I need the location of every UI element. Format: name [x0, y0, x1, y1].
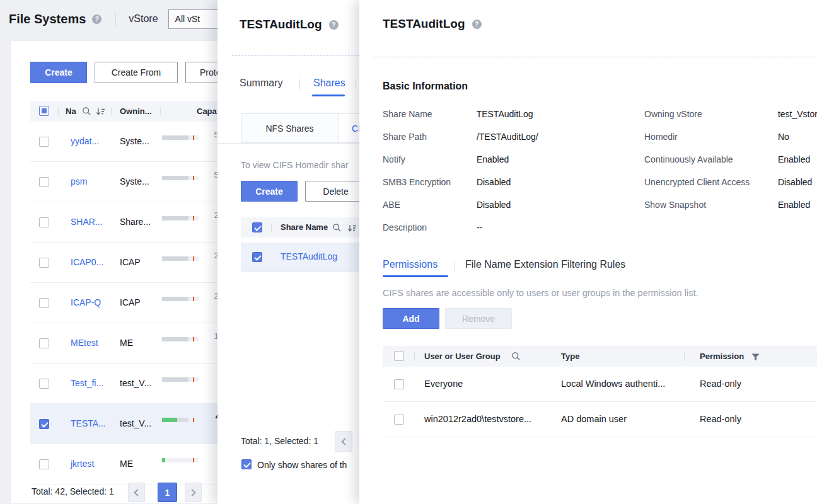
- basic-info-fields-left: Share Name TESTAuditLog Share Path /TEST…: [383, 109, 635, 245]
- filesystem-name-link[interactable]: psm: [71, 176, 87, 186]
- help-icon[interactable]: [329, 20, 339, 30]
- tab-divider: [455, 261, 455, 272]
- permissions-select-all-checkbox[interactable]: [394, 351, 404, 361]
- search-icon[interactable]: [82, 106, 91, 118]
- next-page-button[interactable]: [185, 483, 202, 502]
- sort-icon[interactable]: [347, 224, 357, 235]
- row-checkbox[interactable]: [39, 419, 49, 429]
- vstore-dropdown[interactable]: All vSt: [168, 9, 224, 29]
- search-icon[interactable]: [332, 223, 341, 234]
- permissions-table-header: User or User Group Type Permission: [383, 346, 817, 367]
- field-label: Continuously Available: [644, 154, 775, 164]
- permissions-note: CIFS shares are accessible only to users…: [383, 288, 698, 298]
- field-value: --: [477, 222, 482, 232]
- share-name-link[interactable]: TESTAuditLog: [281, 251, 337, 261]
- tab-permissions[interactable]: Permissions: [383, 259, 437, 270]
- sort-icon[interactable]: [96, 107, 105, 118]
- title-divider: [373, 57, 817, 57]
- permission-row[interactable]: win2012r2ad0\testvstore... AD domain use…: [383, 402, 817, 437]
- prev-page-button[interactable]: [128, 483, 145, 502]
- row-checkbox[interactable]: [39, 258, 49, 268]
- homedir-note: To view CIFS Homedir shar: [241, 160, 348, 170]
- row-checkbox[interactable]: [39, 459, 49, 469]
- vstore-dropdown-value: All vSt: [175, 14, 200, 24]
- row-checkbox[interactable]: [39, 217, 49, 227]
- field-label: ABE: [383, 200, 474, 210]
- type-cell: Local Windows authenti...: [561, 379, 665, 389]
- row-checkbox[interactable]: [39, 379, 49, 389]
- help-icon[interactable]: [92, 14, 101, 24]
- row-checkbox[interactable]: [394, 379, 404, 389]
- info-field: Share Path /TESTAuditLog/: [383, 132, 635, 143]
- filter-icon[interactable]: [751, 352, 760, 364]
- tab-shares[interactable]: Shares: [313, 77, 345, 89]
- create-filesystem-button[interactable]: Create: [30, 62, 87, 83]
- permissions-table-body: Everyone Local Windows authenti... Read-…: [383, 367, 817, 437]
- filesystem-detail-panel: TESTAuditLog Summary Shares NFS Shares C…: [217, 0, 359, 504]
- info-field: Unencrypted Client Access Disabled: [644, 177, 817, 188]
- filesystem-name-link[interactable]: ICAP0...: [71, 257, 103, 267]
- column-divider: [58, 107, 59, 115]
- permission-row[interactable]: Everyone Local Windows authenti... Read-…: [383, 367, 817, 402]
- shares-prev-page-button[interactable]: [335, 431, 352, 452]
- owning-vstore-cell: test_V...: [120, 418, 151, 428]
- filesystem-name-link[interactable]: Test_fi...: [71, 378, 103, 388]
- vstore-label: vStore: [129, 13, 158, 25]
- field-value: Enabled: [778, 200, 810, 210]
- delete-share-button[interactable]: Delete: [305, 181, 359, 202]
- field-value: No: [778, 132, 789, 142]
- tab-divider: [299, 79, 300, 89]
- device-manager-screen: File Systems vStore All vSt Create Creat…: [0, 0, 817, 504]
- info-field: Homedir No: [644, 132, 817, 143]
- filesystem-name-link[interactable]: MEtest: [71, 338, 98, 348]
- field-value: test_Vstore: [778, 109, 817, 119]
- filesystem-name-link[interactable]: TESTA...: [71, 418, 106, 428]
- row-checkbox[interactable]: [394, 415, 404, 425]
- filesystem-name-link[interactable]: yydat...: [71, 136, 99, 146]
- file-systems-total: Total: 42, Selected: 1: [32, 486, 114, 496]
- share-row-checkbox[interactable]: [252, 252, 262, 262]
- row-checkbox[interactable]: [39, 137, 49, 147]
- page-1-button[interactable]: 1: [158, 483, 177, 502]
- share-row[interactable]: TESTAuditLog: [241, 243, 359, 272]
- column-divider: [414, 352, 415, 360]
- row-checkbox[interactable]: [39, 298, 49, 308]
- subtab-nfs-shares[interactable]: NFS Shares: [241, 113, 339, 143]
- row-checkbox[interactable]: [39, 177, 49, 187]
- column-divider: [271, 224, 272, 232]
- share-name-column-header: Share Name: [281, 222, 328, 232]
- owning-vstore-cell: ICAP: [120, 297, 141, 307]
- column-divider: [111, 107, 112, 115]
- shares-total: Total: 1, Selected: 1: [241, 436, 318, 446]
- add-permission-button[interactable]: Add: [383, 308, 439, 329]
- share-detail-title: TESTAuditLog: [383, 17, 465, 31]
- field-value: Disabled: [477, 177, 511, 187]
- info-field: Show Snapshot Enabled: [644, 200, 817, 211]
- column-divider: [160, 107, 161, 115]
- owning-vstore-cell: test_V...: [120, 378, 151, 388]
- row-checkbox[interactable]: [39, 338, 49, 348]
- tab-summary[interactable]: Summary: [240, 77, 282, 89]
- select-all-checkbox[interactable]: [39, 106, 49, 116]
- subtab-cifs-shares[interactable]: CIFS Shares: [339, 113, 359, 143]
- field-label: Unencrypted Client Access: [644, 177, 775, 187]
- search-icon[interactable]: [511, 352, 520, 363]
- tab-filter-rules[interactable]: File Name Extension Filtering Rules: [465, 259, 625, 270]
- filesystem-name-link[interactable]: ICAP-Q: [71, 297, 101, 307]
- filesystem-name-link[interactable]: jkrtest: [71, 459, 94, 469]
- help-icon[interactable]: [472, 20, 482, 29]
- field-label: Share Name: [383, 109, 474, 119]
- owning-column-header: Ownin...: [120, 106, 152, 116]
- field-label: Homedir: [644, 132, 775, 142]
- create-share-button[interactable]: Create: [241, 181, 298, 202]
- filesystem-name-link[interactable]: SHAR...: [71, 217, 103, 227]
- remove-permission-button[interactable]: Remove: [445, 308, 512, 329]
- only-show-checkbox[interactable]: [241, 459, 252, 469]
- field-value: /TESTAuditLog/: [477, 132, 538, 142]
- create-from-button[interactable]: Create From: [95, 62, 178, 83]
- info-field: Notify Enabled: [383, 154, 635, 166]
- field-label: Notify: [383, 154, 474, 164]
- field-value: Disabled: [477, 200, 511, 210]
- info-field: SMB3 Encryption Disabled: [383, 177, 635, 188]
- shares-select-all-checkbox[interactable]: [252, 222, 262, 232]
